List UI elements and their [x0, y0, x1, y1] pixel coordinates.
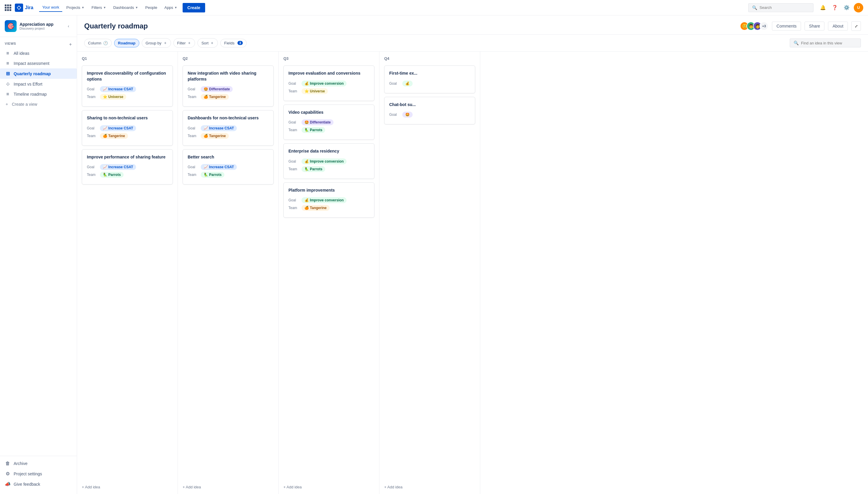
people-nav[interactable]: People [142, 3, 160, 12]
column-button[interactable]: Column 🕐 [84, 39, 112, 48]
goal-tag[interactable]: 📈 Increase CSAT [100, 164, 136, 170]
team-tag[interactable]: 🦜 Parrots [302, 166, 325, 172]
sidebar-item-impact-vs-effort[interactable]: ⊹ Impact vs Effort [0, 79, 77, 89]
share-button[interactable]: Share [804, 22, 825, 31]
table-row[interactable]: Improve evaluation and conversionsGoal💰 … [284, 65, 375, 101]
dashboards-nav[interactable]: Dashboards ▼ [110, 3, 141, 12]
table-row[interactable]: Platform improvementsGoal💰 Improve conve… [284, 183, 375, 218]
team-tag[interactable]: ⭐ Universe [302, 88, 328, 94]
goal-tag[interactable]: 📈 Increase CSAT [100, 86, 136, 92]
timeline-icon: ≡ [5, 92, 11, 97]
table-row[interactable]: Dashboards for non-technical usersGoal📈 … [183, 110, 274, 146]
goal-tag[interactable]: 📈 Increase CSAT [100, 125, 136, 131]
sort-button[interactable]: Sort ＋ [197, 38, 218, 48]
avatar-count[interactable]: +3 [759, 22, 768, 31]
scatter-icon: ⊹ [5, 81, 11, 87]
create-view-item[interactable]: ＋ Create a view [0, 99, 77, 109]
view-search-input[interactable] [801, 41, 854, 45]
table-row[interactable]: First-time ex...Goal💰 [384, 65, 475, 93]
archive-icon: 🗑 [5, 461, 11, 466]
add-idea-q2[interactable]: + Add idea [178, 481, 278, 494]
goal-tag[interactable]: 💰 [402, 80, 413, 87]
card-goal-field: Goal💰 [389, 80, 470, 87]
search-input[interactable] [759, 5, 807, 10]
search-box[interactable]: 🔍 [748, 3, 813, 12]
help-button[interactable]: ❓ [830, 3, 839, 13]
card-team-field: Team🍊 Tangerine [87, 133, 168, 139]
team-tag[interactable]: 🍊 Tangerine [100, 133, 128, 139]
jira-logo[interactable]: Jira [15, 3, 33, 12]
team-label: Team [188, 173, 198, 177]
team-tag[interactable]: 🦜 Parrots [302, 127, 325, 133]
table-row[interactable]: Improve performance of sharing featureGo… [82, 149, 173, 185]
add-idea-q1[interactable]: + Add idea [77, 481, 178, 494]
team-tag[interactable]: 🍊 Tangerine [201, 133, 229, 139]
view-search-box[interactable]: 🔍 [790, 38, 861, 48]
goal-tag[interactable]: 📈 Increase CSAT [201, 125, 237, 131]
add-view-button[interactable]: + [69, 42, 72, 47]
table-row[interactable]: Sharing to non-technical usersGoal📈 Incr… [82, 110, 173, 146]
notifications-button[interactable]: 🔔 [818, 3, 828, 13]
filters-nav[interactable]: Filters ▼ [89, 3, 109, 12]
user-avatar[interactable]: U [854, 3, 863, 13]
sidebar-item-quarterly-roadmap[interactable]: ⊞ Quarterly roadmap [0, 69, 77, 79]
search-icon-toolbar: 🔍 [794, 41, 799, 45]
column-header-q1: Q1 [77, 52, 178, 63]
team-label: Team [288, 206, 299, 210]
sidebar-item-archive[interactable]: 🗑 Archive [0, 458, 77, 469]
create-button[interactable]: Create [183, 3, 205, 13]
goal-tag[interactable]: 🤩 Differentiate [302, 119, 333, 125]
apps-nav[interactable]: Apps ▼ [161, 3, 180, 12]
team-tag[interactable]: 🍊 Tangerine [302, 205, 330, 211]
goal-tag[interactable]: 🤩 Differentiate [201, 86, 233, 92]
sidebar-item-label: All ideas [14, 51, 29, 56]
settings-button[interactable]: ⚙️ [842, 3, 851, 13]
sidebar-item-label: Quarterly roadmap [14, 71, 51, 76]
expand-button[interactable]: ⤢ [851, 21, 861, 31]
sidebar-item-timeline-roadmap[interactable]: ≡ Timeline roadmap [0, 89, 77, 99]
goal-tag[interactable]: 💰 Improve conversion [302, 197, 346, 203]
apps-grid-icon[interactable] [5, 4, 11, 11]
group-by-label: Group by [146, 41, 161, 45]
table-row[interactable]: Better searchGoal📈 Increase CSATTeam🦜 Pa… [183, 149, 274, 185]
card-title: First-time ex... [389, 71, 470, 76]
roadmap-button[interactable]: Roadmap [114, 39, 139, 48]
about-button[interactable]: About [828, 22, 848, 31]
projects-caret: ▼ [82, 6, 85, 9]
projects-nav[interactable]: Projects ▼ [64, 3, 88, 12]
team-label: Team [288, 89, 299, 93]
sidebar-item-label: Give feedback [14, 482, 40, 487]
add-idea-q4[interactable]: + Add idea [379, 481, 480, 494]
sidebar-item-impact-assessment[interactable]: ≡ Impact assessment [0, 58, 77, 69]
card-title: Dashboards for non-technical users [188, 115, 269, 121]
sidebar-item-all-ideas[interactable]: ≡ All ideas [0, 48, 77, 58]
comments-button[interactable]: Comments [772, 22, 801, 31]
team-tag[interactable]: 🍊 Tangerine [201, 94, 229, 100]
goal-tag[interactable]: 🤩 [402, 112, 413, 118]
sidebar-item-give-feedback[interactable]: 📣 Give feedback [0, 479, 77, 489]
goal-tag[interactable]: 💰 Improve conversion [302, 80, 346, 87]
fields-button[interactable]: Fields 3 [220, 39, 247, 48]
add-idea-q3[interactable]: + Add idea [279, 481, 379, 494]
table-row[interactable]: New integration with video sharing platf… [183, 65, 274, 107]
sidebar-item-project-settings[interactable]: ⚙ Project settings [0, 469, 77, 479]
team-tag[interactable]: 🦜 Parrots [201, 172, 224, 178]
card-title: Chat-bot su... [389, 102, 470, 108]
feedback-icon: 📣 [5, 481, 11, 487]
sidebar-project-header: 🎯 Appreciation app Discovery project ‹ [0, 15, 77, 37]
group-by-button[interactable]: Group by ＋ [142, 38, 171, 48]
column-header-q2: Q2 [178, 52, 278, 63]
table-row[interactable]: Improve discoverability of configuration… [82, 65, 173, 107]
sidebar-collapse-button[interactable]: ‹ [65, 22, 72, 30]
your-work-nav[interactable]: Your work [39, 3, 62, 12]
table-row[interactable]: Enterprise data residencyGoal💰 Improve c… [284, 143, 375, 179]
filter-button[interactable]: Filter ＋ [174, 38, 195, 48]
goal-label: Goal [389, 81, 400, 86]
team-tag[interactable]: ⭐ Universe [100, 94, 126, 100]
team-tag[interactable]: 🦜 Parrots [100, 172, 124, 178]
goal-tag[interactable]: 💰 Improve conversion [302, 158, 346, 164]
table-row[interactable]: Chat-bot su...Goal🤩 [384, 97, 475, 125]
goal-tag[interactable]: 📈 Increase CSAT [201, 164, 237, 170]
card-goal-field: Goal💰 Improve conversion [288, 158, 369, 164]
table-row[interactable]: Video capabilitiesGoal🤩 DifferentiateTea… [284, 104, 375, 140]
